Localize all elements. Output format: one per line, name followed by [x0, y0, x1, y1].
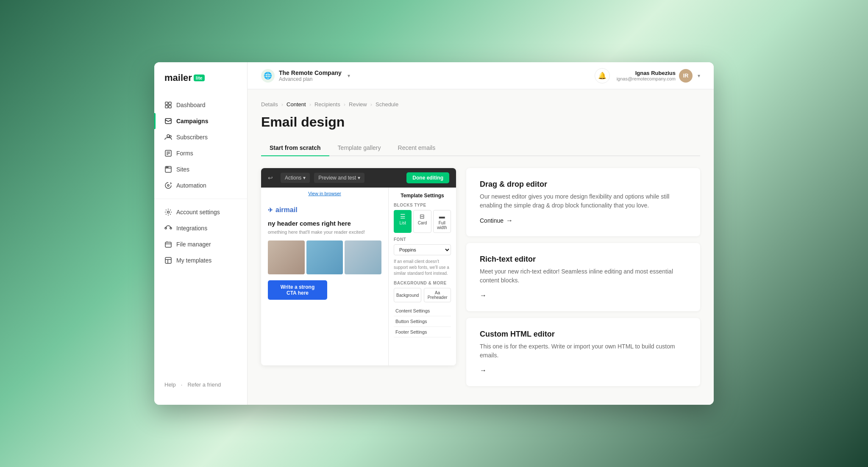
email-headline: ny header comes right here [268, 220, 381, 227]
card-block-icon: ⊟ [415, 213, 429, 220]
custom-html-title: Custom HTML editor [480, 330, 687, 339]
logo-area: mailer lite [154, 72, 247, 97]
integrations-icon [164, 224, 172, 232]
company-info[interactable]: 🌐 The Remote Company Advanced plan ▾ [261, 69, 350, 83]
nav-divider [154, 199, 247, 199]
tab-recent-emails[interactable]: Recent emails [389, 140, 444, 156]
breadcrumb-sep-2: › [309, 101, 311, 108]
background-chip[interactable]: Background [394, 288, 421, 302]
email-images [268, 240, 381, 274]
block-btn-card[interactable]: ⊟ Card [413, 210, 431, 233]
sidebar-item-forms[interactable]: Forms [154, 145, 247, 161]
bg-row: Background Aa Preheader [394, 288, 451, 302]
sidebar-item-sites[interactable]: Sites [154, 161, 247, 177]
custom-html-link[interactable]: → [480, 367, 487, 374]
editor-actions-button[interactable]: Actions ▾ [281, 173, 310, 183]
breadcrumb-review[interactable]: Review [349, 101, 367, 108]
svg-point-16 [167, 211, 170, 213]
drag-drop-desc: Our newest editor gives you more design … [480, 192, 687, 210]
user-info[interactable]: Ignas Rubezius ignas@remotecompany.com I… [617, 69, 700, 83]
settings-panel-title: Template Settings [394, 193, 451, 199]
block-btn-list[interactable]: ☰ List [394, 210, 412, 233]
sidebar-label-subscribers: Subscribers [176, 134, 208, 141]
help-link[interactable]: Help [164, 381, 176, 388]
svg-rect-19 [165, 242, 171, 247]
email-brand-name: airmail [275, 206, 298, 214]
rich-text-link[interactable]: → [480, 292, 487, 299]
refer-link[interactable]: Refer a friend [187, 381, 221, 388]
block-btn-fullwidth-label: Full width [437, 221, 447, 230]
editor-done-button[interactable]: Done editing [406, 172, 449, 183]
sidebar-label-integrations: Integrations [176, 225, 207, 232]
block-btn-fullwidth[interactable]: ▬ Full width [433, 210, 451, 233]
sidebar-item-dashboard[interactable]: Dashboard [154, 97, 247, 113]
sidebar: mailer lite Dashboard [154, 62, 248, 405]
sidebar-label-automation: Automation [176, 182, 206, 189]
drag-drop-continue-link[interactable]: Continue → [480, 217, 513, 224]
actions-label: Actions [285, 175, 301, 181]
sidebar-item-subscribers[interactable]: Subscribers [154, 129, 247, 145]
sidebar-item-account-settings[interactable]: Account settings [154, 204, 247, 220]
top-bar: 🌐 The Remote Company Advanced plan ▾ 🔔 I… [248, 62, 714, 89]
logo-badge: lite [194, 75, 205, 81]
sidebar-item-campaigns[interactable]: Campaigns [154, 113, 247, 129]
svg-rect-0 [165, 102, 168, 105]
sidebar-label-campaigns: Campaigns [176, 118, 208, 124]
sidebar-item-my-templates[interactable]: My templates [154, 252, 247, 268]
email-cta-button[interactable]: Write a strong CTA here [268, 280, 327, 300]
preview-chevron-icon: ▾ [358, 175, 360, 181]
sidebar-label-file-manager: File manager [176, 241, 211, 248]
breadcrumb-details[interactable]: Details [261, 101, 278, 108]
preview-panel: ↩ Actions ▾ Preview and test ▾ Done edit… [261, 168, 456, 365]
tab-start-from-scratch[interactable]: Start from scratch [261, 140, 329, 156]
page-title: Email design [261, 114, 700, 130]
font-note: If an email client doesn't support web f… [394, 259, 451, 276]
file-manager-icon [164, 240, 172, 248]
user-chevron-icon: ▾ [698, 73, 700, 79]
editor-header: ↩ Actions ▾ Preview and test ▾ Done edit… [261, 168, 456, 188]
drag-drop-card: Drag & drop editor Our newest editor giv… [466, 168, 700, 236]
company-details: The Remote Company Advanced plan [279, 69, 342, 82]
svg-point-14 [167, 167, 168, 168]
sidebar-item-integrations[interactable]: Integrations [154, 220, 247, 236]
sidebar-item-automation[interactable]: Automation [154, 177, 247, 193]
sidebar-label-my-templates: My templates [176, 257, 211, 264]
svg-point-5 [167, 135, 170, 137]
svg-rect-20 [165, 257, 171, 263]
breadcrumb-schedule[interactable]: Schedule [376, 101, 398, 108]
email-brand: ✈ airmail [268, 206, 381, 214]
drag-drop-cta-label: Continue [480, 217, 504, 224]
tab-template-gallery[interactable]: Template gallery [329, 140, 389, 156]
editor-back-button[interactable]: ↩ [268, 174, 273, 181]
content-settings-item[interactable]: Content Settings [394, 306, 451, 316]
settings-icon [164, 208, 172, 216]
font-select[interactable]: Poppins [394, 244, 451, 255]
fullwidth-block-icon: ▬ [435, 213, 449, 220]
button-settings-item[interactable]: Button Settings [394, 316, 451, 327]
footer-settings-item[interactable]: Footer Settings [394, 327, 451, 337]
custom-html-desc: This one is for the experts. Write or im… [480, 342, 687, 360]
breadcrumb-content[interactable]: Content [287, 101, 306, 108]
logo-text: mailer [164, 72, 192, 83]
sidebar-item-file-manager[interactable]: File manager [154, 236, 247, 252]
rich-text-arrow-icon: → [480, 292, 487, 299]
dashboard-icon [164, 101, 172, 109]
editor-preview-button[interactable]: Preview and test ▾ [314, 173, 364, 183]
forms-icon [164, 149, 172, 157]
email-image-2 [306, 240, 343, 274]
breadcrumb-sep-4: › [370, 101, 372, 108]
svg-rect-2 [165, 105, 168, 108]
rich-text-desc: Meet your new rich-text editor! Seamless… [480, 267, 687, 285]
svg-point-6 [170, 135, 171, 137]
email-image-3 [345, 240, 381, 274]
preheader-chip[interactable]: Aa Preheader [424, 288, 451, 302]
notifications-button[interactable]: 🔔 [595, 68, 610, 83]
automation-icon [164, 182, 172, 189]
custom-html-arrow-icon: → [480, 367, 487, 374]
view-in-browser-link[interactable]: View in browser [261, 188, 388, 199]
subscribers-icon [164, 133, 172, 141]
editor-cards: Drag & drop editor Our newest editor giv… [466, 168, 700, 393]
top-bar-right: 🔔 Ignas Rubezius ignas@remotecompany.com… [595, 68, 700, 83]
block-btn-list-label: List [399, 221, 406, 225]
breadcrumb-recipients[interactable]: Recipients [314, 101, 340, 108]
